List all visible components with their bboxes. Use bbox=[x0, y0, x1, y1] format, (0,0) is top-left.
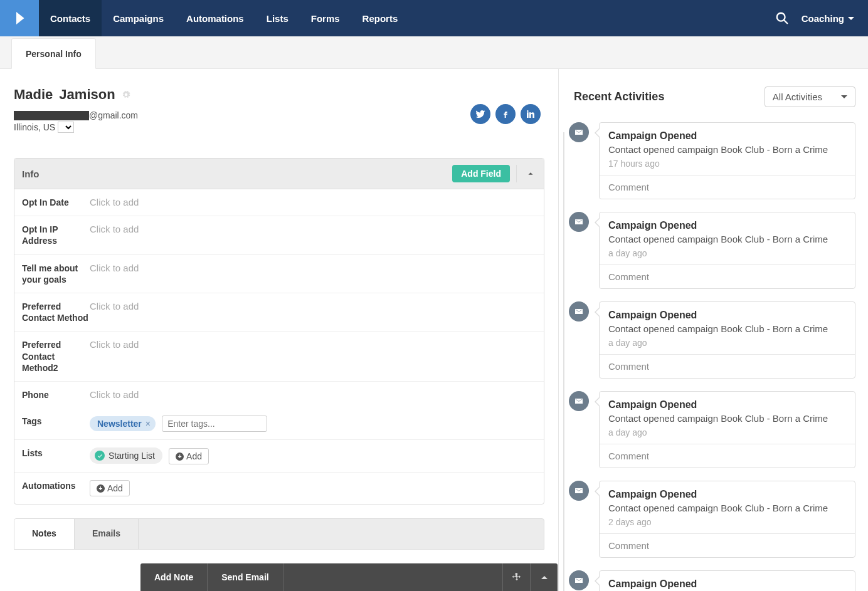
remove-tag-icon[interactable]: × bbox=[146, 419, 151, 429]
search-icon[interactable] bbox=[775, 11, 789, 25]
field-value[interactable]: Click to add bbox=[90, 197, 536, 208]
info-field-row: PhoneClick to add bbox=[14, 382, 544, 408]
top-nav: ContactsCampaignsAutomationsListsFormsRe… bbox=[0, 0, 868, 36]
activity-list: Campaign OpenedContact opened campaign B… bbox=[574, 122, 855, 591]
activity-comment-input[interactable]: Comment bbox=[600, 354, 855, 378]
list-label: Starting List bbox=[109, 451, 155, 461]
nav-reports[interactable]: Reports bbox=[351, 0, 410, 36]
activity-card: Campaign OpenedContact opened campaign B… bbox=[599, 212, 855, 289]
linkedin-icon[interactable] bbox=[521, 104, 541, 124]
caret-down-icon bbox=[841, 95, 847, 98]
activity-item: Campaign OpenedContact opened campaign B… bbox=[594, 301, 855, 379]
field-value[interactable]: Click to add bbox=[90, 301, 536, 323]
contact-name: Madie Jamison bbox=[14, 86, 544, 103]
plus-circle-icon: + bbox=[97, 484, 105, 493]
send-email-button[interactable]: Send Email bbox=[208, 563, 283, 591]
activity-title: Campaign Opened bbox=[608, 489, 846, 500]
add-automation-button[interactable]: + Add bbox=[90, 480, 130, 496]
activity-title: Campaign Opened bbox=[608, 130, 846, 142]
field-value[interactable]: Click to add bbox=[90, 339, 536, 374]
nav-campaigns[interactable]: Campaigns bbox=[102, 0, 175, 36]
contact-location: Illinois, US bbox=[14, 122, 55, 132]
activity-item: Campaign Opened bbox=[594, 570, 855, 591]
automations-row: Automations + Add bbox=[14, 473, 544, 504]
activity-description: Contact opened campaign Book Club - Born… bbox=[608, 144, 846, 155]
facebook-icon[interactable] bbox=[495, 104, 516, 124]
add-field-button[interactable]: Add Field bbox=[452, 165, 510, 182]
lists-label: Lists bbox=[22, 447, 90, 464]
add-label: Add bbox=[107, 483, 123, 493]
activity-title: Campaign Opened bbox=[608, 310, 846, 321]
activity-title: Campaign Opened bbox=[608, 220, 846, 231]
chevron-right-icon bbox=[10, 9, 29, 28]
caret-up-icon bbox=[541, 576, 548, 579]
field-value[interactable]: Click to add bbox=[90, 263, 536, 285]
nav-contacts[interactable]: Contacts bbox=[39, 0, 102, 36]
nav-forms[interactable]: Forms bbox=[300, 0, 351, 36]
activity-comment-input[interactable]: Comment bbox=[600, 533, 855, 557]
tag-label: Newsletter bbox=[97, 419, 142, 429]
field-label: Opt In Date bbox=[22, 197, 90, 208]
notes-emails-tabs: NotesEmails bbox=[14, 518, 544, 550]
list-chip[interactable]: Starting List bbox=[90, 447, 162, 464]
mail-icon bbox=[569, 570, 589, 590]
activity-comment-input[interactable]: Comment bbox=[600, 444, 855, 468]
activity-card: Campaign OpenedContact opened campaign B… bbox=[599, 301, 855, 379]
plus-circle-icon: + bbox=[176, 452, 184, 461]
activity-card: Campaign OpenedContact opened campaign B… bbox=[599, 122, 855, 199]
field-label: Phone bbox=[22, 389, 90, 400]
activity-time: a day ago bbox=[608, 248, 846, 258]
collapse-toggle[interactable] bbox=[516, 165, 544, 182]
tag-chip[interactable]: Newsletter× bbox=[90, 416, 156, 431]
nav-automations[interactable]: Automations bbox=[175, 0, 255, 36]
account-label: Coaching bbox=[802, 13, 844, 24]
tab-personal-info[interactable]: Personal Info bbox=[11, 38, 96, 69]
tags-input[interactable] bbox=[162, 416, 267, 432]
bottom-action-bar: Add Note Send Email bbox=[140, 563, 558, 591]
contact-last-name[interactable]: Jamison bbox=[59, 86, 115, 103]
sub-tab-row: Personal Info bbox=[0, 36, 868, 69]
gear-icon[interactable] bbox=[122, 90, 130, 99]
info-panel-title: Info bbox=[22, 169, 40, 179]
field-value[interactable]: Click to add bbox=[90, 224, 536, 246]
activity-item: Campaign OpenedContact opened campaign B… bbox=[594, 391, 855, 468]
app-logo[interactable] bbox=[0, 0, 39, 36]
activity-card: Campaign OpenedContact opened campaign B… bbox=[599, 481, 855, 558]
timeline-line bbox=[563, 132, 564, 591]
activity-comment-input[interactable]: Comment bbox=[600, 175, 855, 199]
nav-lists[interactable]: Lists bbox=[255, 0, 300, 36]
add-note-button[interactable]: Add Note bbox=[140, 563, 208, 591]
automations-label: Automations bbox=[22, 480, 90, 496]
mail-icon bbox=[569, 122, 589, 142]
info-field-row: Preferred Contact Method2Click to add bbox=[14, 332, 544, 382]
activity-filter-value: All Activities bbox=[773, 92, 822, 102]
recent-activities-panel: Recent Activities All Activities Campaig… bbox=[558, 69, 868, 591]
chevron-up-icon bbox=[526, 169, 535, 178]
info-field-row: Opt In DateClick to add bbox=[14, 189, 544, 216]
tags-label: Tags bbox=[22, 416, 90, 432]
info-field-row: Tell me about your goalsClick to add bbox=[14, 255, 544, 293]
mail-icon bbox=[569, 481, 589, 501]
field-label: Preferred Contact Method bbox=[22, 301, 90, 323]
expand-button[interactable] bbox=[530, 563, 558, 591]
add-list-button[interactable]: + Add bbox=[169, 448, 209, 464]
mail-icon bbox=[569, 391, 589, 411]
tab-notes[interactable]: Notes bbox=[14, 519, 75, 549]
activity-card: Campaign Opened bbox=[599, 570, 855, 591]
social-row bbox=[470, 104, 541, 124]
move-handle[interactable] bbox=[502, 563, 530, 591]
contact-first-name[interactable]: Madie bbox=[14, 86, 53, 103]
activity-time: a day ago bbox=[608, 338, 846, 348]
tab-emails[interactable]: Emails bbox=[75, 519, 139, 549]
location-select[interactable] bbox=[58, 122, 74, 133]
activity-comment-input[interactable]: Comment bbox=[600, 264, 855, 288]
activity-title: Campaign Opened bbox=[608, 578, 846, 590]
recent-activities-title: Recent Activities bbox=[574, 90, 664, 103]
activity-filter-select[interactable]: All Activities bbox=[765, 86, 855, 107]
contact-email[interactable]: @gmail.com bbox=[14, 110, 544, 120]
activity-title: Campaign Opened bbox=[608, 399, 846, 411]
account-menu[interactable]: Coaching bbox=[802, 13, 854, 24]
field-value[interactable]: Click to add bbox=[90, 389, 536, 400]
nav-items: ContactsCampaignsAutomationsListsFormsRe… bbox=[39, 0, 409, 36]
twitter-icon[interactable] bbox=[470, 104, 490, 124]
